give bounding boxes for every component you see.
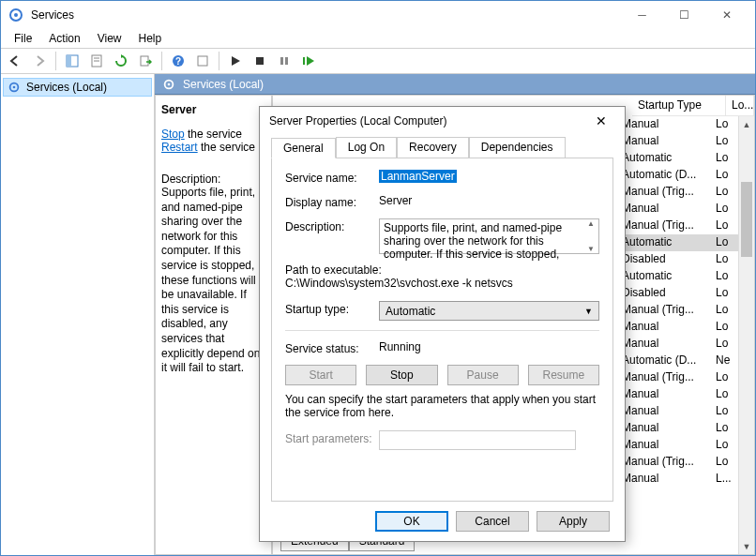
svg-rect-13 (285, 57, 288, 65)
refresh-button[interactable] (111, 51, 131, 71)
detail-title: Server (161, 103, 196, 116)
show-hide-tree-button[interactable] (62, 51, 83, 71)
service-row[interactable]: ManualLo (616, 437, 738, 454)
dialog-title: Server Properties (Local Computer) (269, 114, 587, 128)
restart-service-button[interactable] (298, 51, 319, 71)
scroll-up-icon[interactable]: ▲ (587, 219, 595, 228)
service-row[interactable]: ManualLo (616, 201, 738, 218)
service-row[interactable]: Automatic (D...Ne (616, 353, 738, 369)
column-logon-as[interactable]: Lo... (726, 96, 754, 115)
pause-button: Pause (447, 365, 519, 385)
window-title: Services (31, 8, 621, 22)
svg-rect-14 (303, 57, 305, 65)
dialog-close-button[interactable]: ✕ (587, 113, 615, 128)
services-app-icon (8, 8, 23, 23)
back-button[interactable] (5, 51, 25, 71)
gear-icon (162, 78, 175, 91)
scrollbar-thumb[interactable] (741, 182, 752, 257)
menu-view[interactable]: View (90, 30, 129, 47)
label-description: Description: (285, 218, 379, 233)
svg-text:?: ? (175, 56, 181, 67)
service-row[interactable]: AutomaticLo (616, 150, 738, 167)
svg-point-18 (168, 83, 171, 85)
label-path: Path to executable: (285, 263, 599, 277)
service-row[interactable]: ManualLo (616, 133, 738, 150)
menubar: File Action View Help (1, 29, 755, 48)
toolbar-icon[interactable] (192, 51, 213, 71)
svg-rect-10 (198, 56, 207, 66)
startup-type-combobox[interactable]: Automatic ▼ (379, 301, 599, 321)
label-service-status: Service status: (285, 340, 379, 355)
svg-rect-3 (67, 55, 71, 67)
menu-file[interactable]: File (7, 30, 39, 47)
stop-service-link[interactable]: Stop (161, 128, 185, 141)
description-textbox[interactable]: Supports file, print, and named-pipe sha… (379, 218, 599, 254)
ok-button[interactable]: OK (375, 511, 448, 532)
forward-button[interactable] (29, 51, 50, 71)
content-header-label: Services (Local) (183, 78, 264, 91)
tab-dependencies[interactable]: Dependencies (469, 137, 566, 158)
value-service-name[interactable]: LanmanServer (379, 170, 457, 183)
service-row[interactable]: Manual (Trig...Lo (616, 302, 738, 319)
svg-point-16 (13, 86, 16, 89)
service-row[interactable]: AutomaticLo (616, 234, 738, 251)
label-service-name: Service name: (285, 170, 379, 185)
cancel-button[interactable]: Cancel (456, 511, 529, 532)
service-row[interactable]: ManualLo (616, 403, 738, 420)
scroll-down-icon[interactable]: ▼ (739, 538, 754, 554)
start-parameters-input (379, 430, 576, 450)
service-row[interactable]: ManualL... (616, 471, 738, 488)
restart-service-link[interactable]: Restart (161, 141, 198, 154)
pause-service-button[interactable] (274, 51, 295, 71)
apply-button[interactable]: Apply (537, 511, 610, 532)
service-row[interactable]: ManualLo (616, 336, 738, 353)
tab-body-general: Service name: LanmanServer Display name:… (271, 158, 613, 502)
column-startup-type[interactable]: Startup Type (632, 96, 726, 115)
menu-help[interactable]: Help (131, 30, 170, 47)
tab-recovery[interactable]: Recovery (397, 137, 469, 158)
gear-icon (8, 81, 21, 94)
detail-pane: Server Stop the service Restart the serv… (156, 96, 273, 554)
service-row[interactable]: Manual (Trig...Lo (616, 454, 738, 471)
menu-action[interactable]: Action (41, 30, 87, 47)
scroll-up-icon[interactable]: ▲ (739, 116, 754, 132)
titlebar: Services ─ ☐ ✕ (1, 1, 755, 29)
stop-service-button[interactable] (249, 51, 270, 71)
vertical-scrollbar[interactable]: ▲ ▼ (738, 116, 754, 554)
service-row[interactable]: Manual (Trig...Lo (616, 369, 738, 386)
stop-button[interactable]: Stop (366, 365, 437, 385)
tab-general[interactable]: General (271, 138, 336, 158)
close-button[interactable]: ✕ (705, 2, 748, 28)
service-row[interactable]: Manual (Trig...Lo (616, 218, 738, 234)
service-row[interactable]: ManualLo (616, 319, 738, 336)
service-row[interactable]: Automatic (D...Lo (616, 167, 738, 184)
start-button: Start (285, 365, 356, 385)
svg-rect-12 (280, 57, 283, 65)
tab-logon[interactable]: Log On (336, 137, 397, 158)
service-row[interactable]: DisabledLo (616, 251, 738, 268)
service-row[interactable]: ManualLo (616, 420, 738, 437)
scroll-down-icon[interactable]: ▼ (587, 245, 595, 253)
toolbar: ? (1, 48, 755, 74)
start-service-button[interactable] (225, 51, 246, 71)
label-display-name: Display name: (285, 194, 379, 209)
service-row[interactable]: ManualLo (616, 116, 738, 133)
description-label: Description: (161, 173, 265, 186)
service-row[interactable]: DisabledLo (616, 285, 738, 302)
svg-rect-11 (256, 57, 264, 65)
maximize-button[interactable]: ☐ (663, 2, 705, 28)
description-text: Supports file, print, and named-pipe sha… (161, 186, 265, 376)
service-row[interactable]: ManualLo (616, 386, 738, 403)
svg-point-1 (14, 13, 18, 17)
content-header: Services (Local) (155, 74, 755, 95)
properties-dialog: Server Properties (Local Computer) ✕ Gen… (259, 106, 626, 542)
export-list-button[interactable] (135, 51, 156, 71)
tree-node-services-local[interactable]: Services (Local) (3, 78, 152, 97)
svg-rect-7 (141, 56, 148, 66)
tree-node-label: Services (Local) (26, 81, 107, 94)
service-row[interactable]: AutomaticLo (616, 268, 738, 285)
service-row[interactable]: Manual (Trig...Lo (616, 184, 738, 201)
minimize-button[interactable]: ─ (621, 2, 663, 28)
help-button[interactable]: ? (168, 51, 189, 71)
properties-icon[interactable] (86, 51, 107, 71)
